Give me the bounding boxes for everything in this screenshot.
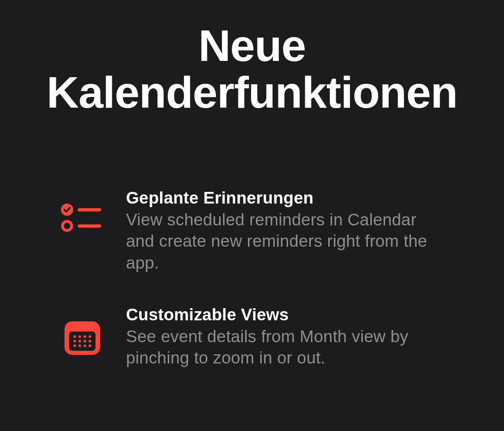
svg-point-8 — [83, 335, 86, 338]
svg-point-11 — [78, 340, 81, 342]
svg-rect-5 — [69, 331, 96, 351]
svg-point-6 — [73, 335, 76, 338]
feature-desc: See event details from Month view by pin… — [126, 326, 448, 369]
svg-rect-3 — [78, 224, 101, 228]
svg-point-7 — [78, 335, 81, 338]
feature-views: Customizable Views See event details fro… — [59, 304, 448, 369]
feature-title: Geplante Erinnerungen — [126, 187, 448, 208]
svg-point-2 — [62, 221, 72, 230]
reminders-list-icon — [59, 203, 106, 233]
svg-point-12 — [83, 340, 86, 342]
svg-point-14 — [73, 344, 76, 347]
svg-point-16 — [83, 344, 86, 347]
feature-reminders: Geplante Erinnerungen View scheduled rem… — [59, 187, 448, 274]
svg-point-10 — [73, 340, 76, 342]
feature-desc: View scheduled reminders in Calendar and… — [126, 209, 448, 274]
feature-text: Customizable Views See event details fro… — [126, 304, 448, 369]
svg-rect-1 — [78, 208, 101, 212]
whats-new-panel: Neue Kalenderfunktionen — [0, 0, 504, 369]
svg-point-17 — [88, 344, 91, 347]
svg-point-13 — [88, 340, 91, 342]
calendar-icon — [59, 319, 106, 357]
feature-text: Geplante Erinnerungen View scheduled rem… — [126, 187, 448, 274]
feature-title: Customizable Views — [126, 304, 448, 325]
feature-list: Geplante Erinnerungen View scheduled rem… — [10, 187, 494, 369]
page-title: Neue Kalenderfunktionen — [10, 22, 494, 116]
svg-point-9 — [88, 335, 91, 338]
svg-point-15 — [78, 344, 81, 347]
